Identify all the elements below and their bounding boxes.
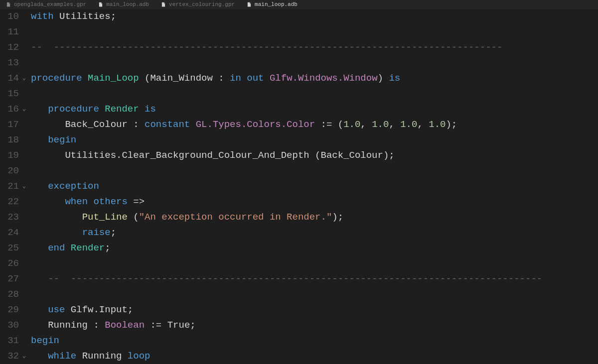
code-line[interactable]: Put_Line ("An exception occurred in Rend… [31,210,598,225]
code-line[interactable]: Back_Colour : constant GL.Types.Colors.C… [31,117,598,132]
line-number: 12 [0,40,19,55]
line-number: 10 [0,9,19,24]
code-line[interactable]: Running : Boolean := True; [31,318,598,333]
line-number: 20 [0,163,19,179]
code-line[interactable]: procedure Main_Loop (Main_Window : in ou… [31,71,598,86]
line-number: 18 [0,132,19,148]
line-number: 14⌄ [0,71,19,86]
line-number: 28 [0,287,19,302]
file-icon [98,2,103,7]
line-number: 21⌄ [0,179,19,194]
tab-bar: openglada_examples.gpr main_loop.adb ver… [0,0,598,9]
line-number: 23 [0,210,19,225]
line-number: 19 [0,148,19,163]
tab-label: openglada_examples.gpr [14,1,86,7]
file-icon [161,2,166,7]
tab-3[interactable]: main_loop.adb [241,0,303,9]
code-line[interactable]: raise; [31,225,598,241]
line-number: 32⌄ [0,349,19,364]
line-number: 13 [0,55,19,71]
tab-label: main_loop.adb [106,1,149,7]
line-number: 17 [0,117,19,132]
line-number: 16⌄ [0,102,19,117]
tab-2[interactable]: vertex_colouring.gpr [155,0,241,9]
code-area[interactable]: with Utilities; -- ---------------------… [21,9,598,364]
chevron-down-icon[interactable]: ⌄ [22,349,26,364]
code-editor[interactable]: 1011121314⌄1516⌄1718192021⌄2223242526272… [0,9,598,364]
line-number: 30 [0,318,19,333]
code-line[interactable]: exception [31,179,598,194]
line-number: 26 [0,256,19,271]
code-line[interactable]: begin [31,333,598,349]
tab-label: main_loop.adb [255,1,298,7]
file-icon [247,2,252,7]
tab-label: vertex_colouring.gpr [169,1,235,7]
chevron-down-icon[interactable]: ⌄ [22,179,26,194]
code-line[interactable]: begin [31,132,598,148]
code-line[interactable] [31,287,598,302]
code-line[interactable]: procedure Render is [31,102,598,117]
code-line[interactable] [31,256,598,271]
code-line[interactable] [31,55,598,71]
line-number: 24 [0,225,19,241]
gutter: 1011121314⌄1516⌄1718192021⌄2223242526272… [0,9,21,364]
code-line[interactable]: -- -------------------------------------… [31,271,598,287]
code-line[interactable]: when others => [31,194,598,210]
code-line[interactable]: use Glfw.Input; [31,302,598,318]
line-number: 15 [0,86,19,102]
line-number: 22 [0,194,19,210]
code-line[interactable] [31,86,598,102]
tab-1[interactable]: main_loop.adb [92,0,155,9]
line-number: 11 [0,24,19,40]
code-line[interactable] [31,24,598,40]
line-number: 25 [0,241,19,256]
code-line[interactable]: -- -------------------------------------… [31,40,598,55]
file-icon [6,2,11,7]
code-line[interactable]: while Running loop [31,349,598,364]
code-line[interactable]: Utilities.Clear_Background_Colour_And_De… [31,148,598,163]
code-line[interactable] [31,163,598,179]
chevron-down-icon[interactable]: ⌄ [22,71,26,86]
line-number: 31 [0,333,19,349]
tab-0[interactable]: openglada_examples.gpr [0,0,92,9]
code-line[interactable]: with Utilities; [31,9,598,24]
chevron-down-icon[interactable]: ⌄ [22,102,26,117]
line-number: 27 [0,271,19,287]
line-number: 29 [0,302,19,318]
code-line[interactable]: end Render; [31,241,598,256]
